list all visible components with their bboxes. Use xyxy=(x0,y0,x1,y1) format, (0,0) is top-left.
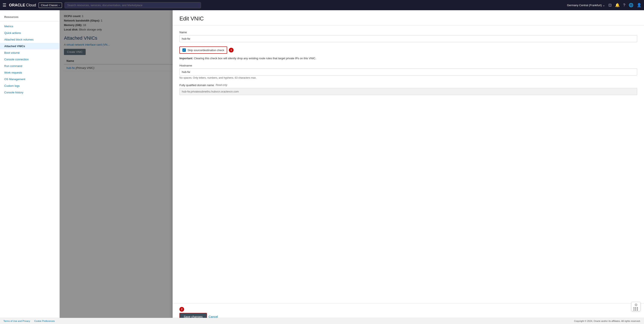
cookie-preferences-link[interactable]: Cookie Preferences xyxy=(34,320,55,322)
important-note: Important: Clearing this check box will … xyxy=(180,56,637,60)
sidebar-item-console-history[interactable]: Console history xyxy=(0,89,60,96)
name-input[interactable] xyxy=(180,35,637,42)
modal-header: Edit VNIC xyxy=(172,10,644,26)
important-bold: Important: xyxy=(180,57,193,60)
sidebar-item-work-requests[interactable]: Work requests xyxy=(0,69,60,76)
bottom-links: Terms of Use and Privacy Cookie Preferen… xyxy=(4,320,58,322)
top-navigation: ☰ ORACLE Cloud Cloud Classic › Germany C… xyxy=(0,0,644,10)
main-layout: Resources Metrics Quick actions Attached… xyxy=(0,10,644,324)
cloud-classic-button[interactable]: Cloud Classic › xyxy=(38,2,62,8)
copyright-text: Copyright © 2024, Oracle and/or its affi… xyxy=(574,320,640,322)
region-label: Germany Central (Frankfurt) xyxy=(567,4,602,7)
skip-source-check-container: ✓ Skip source/destination check xyxy=(180,46,227,54)
oracle-logo: ORACLE Cloud xyxy=(9,3,36,8)
sidebar-divider xyxy=(0,21,60,21)
hostname-form-group: Hostname No spaces. Only letters, number… xyxy=(180,64,637,79)
cloud-classic-label: Cloud Classic xyxy=(41,4,58,7)
search-input[interactable] xyxy=(64,2,201,8)
cloud-classic-arrow: › xyxy=(59,4,60,7)
sidebar-item-boot-volume[interactable]: Boot volume xyxy=(0,50,60,56)
sidebar: Resources Metrics Quick actions Attached… xyxy=(0,10,60,324)
bottom-bar: Terms of Use and Privacy Cookie Preferen… xyxy=(0,318,644,324)
skip-source-check-label: Skip source/destination check xyxy=(188,48,224,52)
name-label: Name xyxy=(180,31,637,34)
badge-1: 1 xyxy=(229,48,234,52)
sidebar-item-run-command[interactable]: Run command xyxy=(0,63,60,69)
hamburger-menu-icon[interactable]: ☰ xyxy=(2,2,6,8)
help-widget-dots xyxy=(634,307,638,310)
content-area: OCPU count: 1 Network bandwidth (Gbps): … xyxy=(60,10,644,324)
fqdn-form-group: Fully qualified domain name Read-only xyxy=(180,84,637,95)
edit-vnic-modal: Edit VNIC Name ✓ Skip source/destination… xyxy=(172,10,644,324)
sidebar-item-attached-vnics[interactable]: Attached VNICs xyxy=(0,43,60,50)
hostname-input[interactable] xyxy=(180,68,637,76)
region-chevron-icon: ⌄ xyxy=(603,4,605,7)
sidebar-item-attached-block-volumes[interactable]: Attached block volumes xyxy=(0,36,60,43)
help-widget-icon: ⊙ xyxy=(634,303,638,307)
name-form-group: Name xyxy=(180,31,637,42)
skip-source-check-row: ✓ Skip source/destination check 1 xyxy=(180,46,637,54)
sidebar-item-custom-logs[interactable]: Custom logs xyxy=(0,82,60,89)
region-selector[interactable]: Germany Central (Frankfurt) ⌄ xyxy=(567,4,605,7)
hostname-hint: No spaces. Only letters, numbers, and hy… xyxy=(180,76,637,79)
oracle-text: ORACLE xyxy=(9,3,25,8)
skip-source-checkbox[interactable]: ✓ xyxy=(182,48,186,52)
bell-icon[interactable]: 🔔 xyxy=(615,3,620,8)
checkmark-icon: ✓ xyxy=(183,49,185,51)
modal-title: Edit VNIC xyxy=(180,15,637,22)
hostname-label: Hostname xyxy=(180,64,637,67)
sidebar-item-quick-actions[interactable]: Quick actions xyxy=(0,30,60,36)
help-widget[interactable]: ⊙ xyxy=(631,302,640,311)
sidebar-item-console-connection[interactable]: Console connection xyxy=(0,56,60,63)
nav-right-controls: Germany Central (Frankfurt) ⌄ ⊡ 🔔 ? 🌐 👤 xyxy=(567,3,642,8)
console-icon[interactable]: ⊡ xyxy=(608,3,612,8)
terms-link[interactable]: Terms of Use and Privacy xyxy=(4,320,30,322)
important-note-text: Clearing this check box will silently dr… xyxy=(194,57,316,60)
help-icon[interactable]: ? xyxy=(623,3,625,8)
cloud-text: Cloud xyxy=(26,3,36,8)
fqdn-readonly-label: Read-only xyxy=(216,84,228,86)
user-avatar[interactable]: 👤 xyxy=(637,3,642,8)
fqdn-label: Fully qualified domain name xyxy=(180,84,214,87)
sidebar-item-os-management[interactable]: OS Management xyxy=(0,76,60,82)
fqdn-input xyxy=(180,88,637,95)
modal-body: Name ✓ Skip source/destination check 1 xyxy=(172,26,644,303)
badge-2: 2 xyxy=(180,307,184,312)
fqdn-label-row: Fully qualified domain name Read-only xyxy=(180,84,637,87)
globe-icon[interactable]: 🌐 xyxy=(629,3,633,8)
sidebar-item-metrics[interactable]: Metrics xyxy=(0,23,60,30)
sidebar-section-title: Resources xyxy=(0,14,60,20)
